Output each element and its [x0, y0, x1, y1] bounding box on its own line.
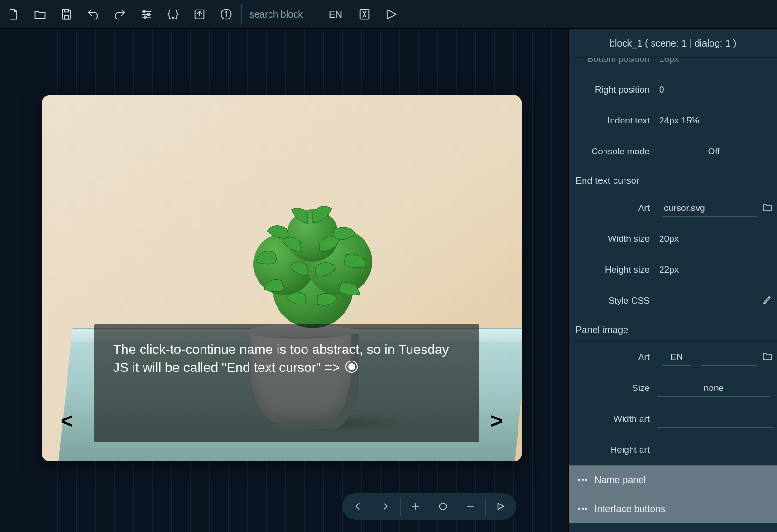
cursor-height-input[interactable]: [657, 262, 774, 278]
open-folder-icon[interactable]: [27, 0, 53, 28]
panel-art-lang[interactable]: EN: [662, 349, 691, 366]
svg-point-6: [226, 11, 227, 12]
svg-point-10: [582, 479, 584, 481]
cursor-art-input[interactable]: [662, 200, 757, 217]
add-icon[interactable]: [402, 493, 429, 520]
panel-width-art-input[interactable]: [657, 411, 774, 428]
cursor-width-input[interactable]: [657, 231, 774, 247]
svg-point-14: [585, 508, 587, 510]
scene-preview: The click-to-continue name is too abstra…: [42, 95, 522, 461]
open-folder-icon[interactable]: [761, 351, 774, 364]
play-icon[interactable]: [378, 0, 404, 28]
prop-label: Console mode: [569, 146, 657, 157]
redo-icon[interactable]: [106, 0, 133, 28]
cursor-style-input[interactable]: [662, 293, 757, 309]
shape-circle-icon[interactable]: [429, 493, 457, 520]
json-icon[interactable]: [160, 0, 186, 28]
section-panel-image: Panel image: [569, 316, 777, 342]
bottom-position-input[interactable]: [657, 58, 774, 67]
prop-label: Indent text: [569, 115, 657, 126]
prop-label: Art: [569, 203, 657, 213]
export-icon[interactable]: [186, 0, 213, 28]
prop-label: Height size: [569, 265, 657, 275]
prop-label: Size: [569, 383, 657, 393]
edit-pencil-icon[interactable]: [761, 294, 774, 307]
panel-size-select[interactable]: none: [657, 380, 770, 397]
language-button[interactable]: EN: [324, 9, 347, 20]
dialog-text: The click-to-continue name is too abstra…: [113, 342, 449, 375]
info-icon[interactable]: [213, 0, 240, 28]
history-next-icon[interactable]: [372, 493, 399, 520]
panel-height-art-input[interactable]: [657, 442, 774, 458]
prev-arrow-icon[interactable]: <: [61, 409, 73, 433]
console-mode-toggle[interactable]: Off: [657, 143, 770, 160]
sidebar-title: block_1 ( scene: 1 | dialog: 1 ): [569, 29, 777, 58]
prop-label: Width size: [569, 234, 657, 244]
top-toolbar: EN: [0, 0, 777, 29]
open-folder-icon[interactable]: [761, 201, 774, 215]
undo-icon[interactable]: [80, 0, 106, 28]
save-icon[interactable]: [53, 0, 80, 28]
svg-point-13: [582, 508, 584, 510]
svg-point-3: [172, 17, 173, 18]
dialog-text-panel: The click-to-continue name is too abstra…: [94, 324, 479, 442]
end-text-cursor-icon: [345, 361, 358, 373]
panel-art-input[interactable]: [701, 349, 757, 366]
properties-sidebar: block_1 ( scene: 1 | dialog: 1 ) Bottom …: [568, 29, 777, 532]
indent-text-input[interactable]: [657, 113, 774, 129]
remove-icon[interactable]: [457, 493, 484, 520]
prop-label: Width art: [569, 414, 657, 424]
back-button[interactable]: Back: [569, 523, 777, 532]
prop-label: Art: [569, 352, 657, 362]
prop-label: Style CSS: [569, 295, 657, 306]
canvas-area[interactable]: The click-to-continue name is too abstra…: [0, 29, 568, 532]
collapsed-name-panel[interactable]: Name panel: [569, 465, 777, 494]
new-file-icon[interactable]: [0, 0, 27, 28]
prop-label: Bottom position: [569, 58, 657, 64]
settings-sliders-icon[interactable]: [133, 0, 160, 28]
preview-device-icon[interactable]: [351, 0, 378, 28]
search-block-input[interactable]: [246, 7, 320, 22]
svg-point-8: [440, 503, 447, 510]
section-end-text-cursor: End text cursor: [569, 167, 777, 192]
bottom-toolbar: [342, 493, 516, 520]
next-arrow-icon[interactable]: >: [490, 409, 503, 433]
history-prev-icon[interactable]: [344, 493, 372, 520]
collapsed-interface-buttons[interactable]: Interface buttons: [569, 494, 777, 523]
play-small-icon[interactable]: [487, 493, 514, 520]
prop-label: Height art: [569, 445, 657, 455]
svg-point-11: [585, 479, 587, 481]
prop-label: Right position: [569, 85, 657, 95]
svg-point-9: [578, 479, 580, 481]
right-position-input[interactable]: [657, 82, 774, 98]
svg-point-12: [578, 508, 580, 510]
